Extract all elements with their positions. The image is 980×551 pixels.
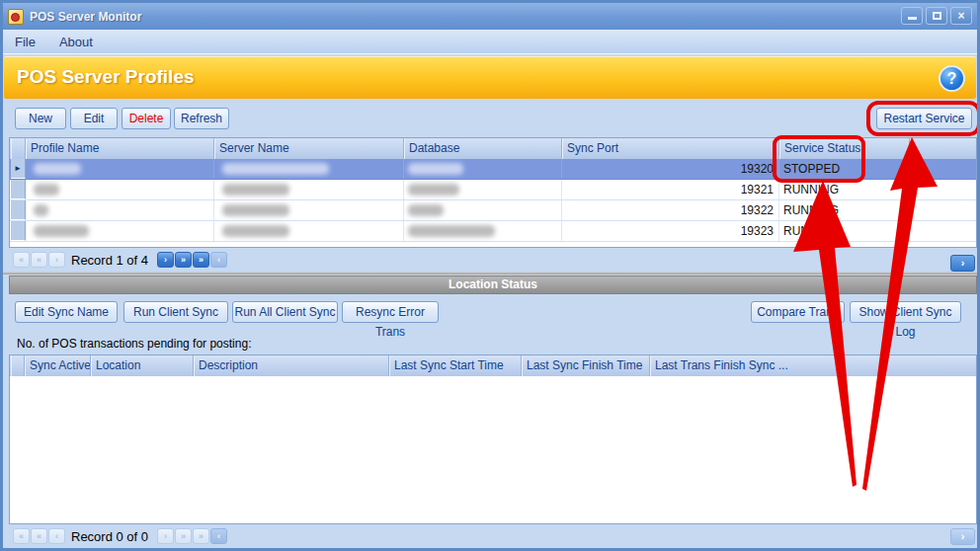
minimize-button[interactable] — [901, 7, 923, 25]
profiles-grid-row[interactable]: 19322RUNNING — [10, 200, 976, 221]
column-header-last-trans-finish[interactable]: Last Trans Finish Sync ... — [650, 355, 975, 376]
redacted-database — [408, 163, 463, 175]
selected-row-indicator: ► — [11, 159, 26, 179]
title-bar: POS Server Monitor — [3, 3, 977, 30]
column-header-last-sync-start[interactable]: Last Sync Start Time — [389, 355, 522, 376]
column-header-profile-name[interactable]: Profile Name — [26, 138, 214, 159]
profiles-grid-row[interactable]: 19321RUNNING — [10, 180, 976, 200]
nav-first-button[interactable]: « — [13, 528, 30, 544]
redacted-server-name — [222, 163, 329, 175]
profiles-record-navigator: « « ‹ Record 1 of 4 › » » ‹ › — [9, 250, 977, 272]
filler-cell — [910, 200, 975, 220]
row-indicator — [11, 200, 26, 220]
nav-collapse-button[interactable]: ‹ — [210, 252, 227, 268]
page-title: POS Server Profiles — [17, 66, 195, 88]
redacted-profile-name — [34, 204, 48, 216]
column-header-location[interactable]: Location — [91, 355, 194, 376]
run-client-sync-button[interactable]: Run Client Sync — [123, 301, 228, 323]
minimize-icon — [908, 17, 917, 20]
service-status-cell: STOPPED — [779, 159, 910, 179]
column-header-database[interactable]: Database — [404, 138, 562, 159]
redacted-profile-name — [34, 225, 89, 237]
redacted-database — [408, 204, 444, 216]
row-indicator — [11, 221, 26, 241]
app-icon — [8, 9, 24, 25]
row-indicator — [11, 180, 26, 199]
nav-next-page-button[interactable]: » — [175, 252, 192, 268]
nav-prev-page-button[interactable]: « — [31, 252, 47, 268]
redacted-server-name — [222, 184, 289, 196]
column-header-service-status[interactable]: Service Status — [779, 138, 910, 159]
restart-service-button[interactable]: Restart Service — [876, 108, 972, 129]
column-header-last-sync-finish[interactable]: Last Sync Finish Time — [522, 355, 650, 376]
close-icon: × — [951, 8, 971, 24]
resync-error-trans-button[interactable]: Resync Error Trans — [342, 301, 439, 323]
redacted-server-name — [222, 225, 289, 237]
panel-splitter[interactable] — [3, 272, 977, 275]
scroll-right-button[interactable]: › — [950, 255, 975, 272]
edit-sync-name-button[interactable]: Edit Sync Name — [15, 301, 118, 323]
compare-trans-button[interactable]: Compare Trans — [751, 301, 845, 323]
show-client-sync-log-button[interactable]: Show Client Sync Log — [850, 301, 961, 323]
menu-bar: File About — [3, 30, 977, 54]
refresh-button[interactable]: Refresh — [174, 108, 229, 129]
locations-record-navigator: « « ‹ Record 0 of 0 › » » ‹ › — [9, 526, 977, 548]
service-status-cell: RUNNING — [779, 221, 910, 241]
scroll-right-button[interactable]: › — [950, 528, 975, 545]
column-header-description[interactable]: Description — [194, 355, 389, 376]
service-status-cell: RUNNING — [779, 180, 910, 199]
record-count-label: Record 0 of 0 — [71, 529, 148, 544]
help-button[interactable]: ? — [939, 65, 965, 92]
sync-port-cell: 19320 — [562, 159, 779, 179]
nav-last-button[interactable]: » — [193, 252, 209, 268]
filler-cell — [910, 221, 975, 241]
profiles-grid-row[interactable]: 19323RUNNING — [10, 221, 976, 242]
nav-prev-button[interactable]: ‹ — [48, 528, 65, 544]
menu-about[interactable]: About — [59, 35, 93, 49]
row-indicator-header — [11, 138, 26, 159]
column-header-filler — [910, 138, 975, 159]
app-window: POS Server Monitor × File About POS Serv… — [0, 0, 980, 551]
record-count-label: Record 1 of 4 — [71, 253, 148, 268]
delete-button[interactable]: Delete — [122, 108, 171, 129]
page-banner: POS Server Profiles ? — [4, 56, 976, 99]
new-button[interactable]: New — [15, 108, 66, 129]
column-header-server-name[interactable]: Server Name — [214, 138, 404, 159]
redacted-server-name — [222, 204, 289, 216]
sync-port-cell: 19322 — [562, 200, 779, 220]
column-header-sync-port[interactable]: Sync Port — [562, 138, 779, 159]
nav-collapse-button[interactable]: ‹ — [210, 528, 227, 544]
nav-prev-page-button[interactable]: « — [31, 528, 47, 544]
maximize-button[interactable] — [926, 7, 947, 25]
nav-last-button[interactable]: » — [193, 528, 209, 544]
nav-next-button[interactable]: › — [157, 528, 174, 544]
locations-grid: Sync Active? Location Description Last S… — [9, 354, 977, 524]
locations-grid-header: Sync Active? Location Description Last S… — [10, 355, 976, 376]
close-button[interactable]: × — [950, 7, 972, 25]
redacted-profile-name — [34, 163, 81, 175]
redacted-database — [408, 225, 495, 237]
nav-next-button[interactable]: › — [157, 252, 174, 268]
nav-prev-button[interactable]: ‹ — [48, 252, 65, 268]
filler-cell — [910, 180, 975, 199]
help-icon: ? — [947, 70, 957, 87]
nav-first-button[interactable]: « — [13, 252, 30, 268]
profiles-grid: Profile Name Server Name Database Sync P… — [9, 137, 977, 248]
filler-cell — [910, 159, 975, 179]
pending-transactions-label: No. of POS transactions pending for post… — [17, 337, 251, 351]
window-title: POS Server Monitor — [30, 10, 141, 24]
location-status-header: Location Status — [9, 276, 977, 294]
run-all-client-sync-button[interactable]: Run All Client Sync — [232, 301, 338, 323]
profiles-grid-header: Profile Name Server Name Database Sync P… — [10, 138, 976, 159]
maximize-icon — [933, 12, 941, 20]
edit-button[interactable]: Edit — [70, 108, 118, 129]
service-status-cell: RUNNING — [779, 200, 910, 220]
menu-file[interactable]: File — [15, 35, 36, 49]
sync-port-cell: 19321 — [562, 180, 779, 199]
row-indicator-header — [11, 355, 25, 376]
nav-next-page-button[interactable]: » — [175, 528, 192, 544]
redacted-profile-name — [34, 184, 59, 196]
window-controls: × — [901, 7, 972, 25]
column-header-sync-active[interactable]: Sync Active? — [25, 355, 91, 376]
profiles-grid-row[interactable]: ►19320STOPPED — [10, 159, 976, 180]
